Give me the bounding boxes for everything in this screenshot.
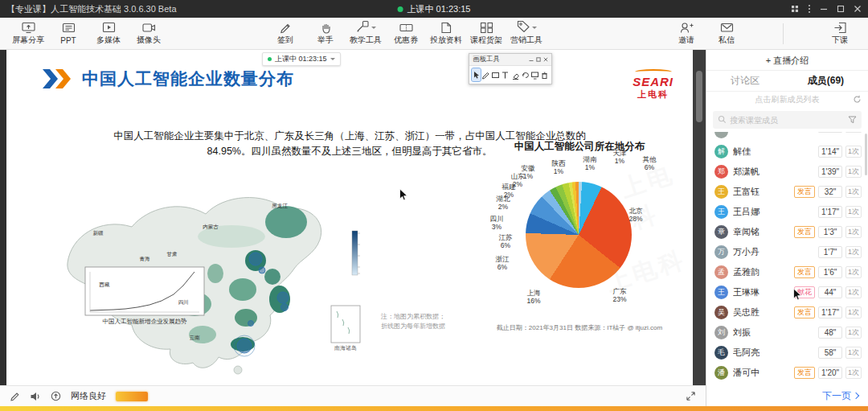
islands-label: 南海诸岛: [328, 344, 363, 352]
member-time: 1'17": [818, 206, 842, 218]
logo-text-en: SEARI: [633, 76, 674, 89]
toolbar-materials[interactable]: 投放资料: [426, 21, 466, 46]
screen-share-icon: [22, 21, 35, 34]
toolbar-label: 摄像头: [137, 35, 161, 46]
member-count: 1次: [845, 347, 862, 359]
pen-tool[interactable]: [481, 68, 490, 81]
palette-restore-button[interactable]: [536, 57, 541, 62]
pie-label: 陕西1%: [552, 160, 566, 176]
member-badge: 发言: [794, 226, 815, 238]
toolbar-sign-in[interactable]: 签到: [265, 21, 305, 46]
list-item[interactable]: 章章闻铭发言1'3"1次: [706, 222, 868, 242]
toolbar-ppt[interactable]: PPT: [48, 23, 88, 45]
pie-label: 安徽1%: [522, 165, 535, 181]
slide-scrollbar[interactable]: [693, 50, 706, 385]
member-name: 万小丹: [733, 246, 818, 258]
toolbar-teaching-tools[interactable]: 教学工具: [346, 21, 386, 46]
chevron-right-icon: [853, 393, 859, 399]
annotate-pen-icon[interactable]: [10, 391, 20, 401]
list-item[interactable]: 解解佳1'14"1次: [706, 142, 868, 162]
select-cursor-tool[interactable]: [472, 68, 481, 81]
member-search[interactable]: [713, 111, 862, 129]
next-page-button[interactable]: 下一页: [822, 389, 858, 403]
class-timer-pill[interactable]: 上课中 01:23:15: [262, 52, 341, 66]
avatar: 万: [714, 245, 728, 259]
text-tool[interactable]: [501, 68, 510, 81]
palette-minimize-button[interactable]: [529, 57, 534, 62]
toolbar-camera[interactable]: 摄像头: [129, 21, 169, 46]
maximize-button[interactable]: [837, 5, 845, 13]
pie-label: 浙江6%: [496, 256, 510, 272]
slide-canvas[interactable]: 上课中 01:23:15 画板工具: [6, 50, 693, 385]
palette-close-button[interactable]: [543, 57, 548, 62]
list-item[interactable]: [706, 132, 868, 142]
refresh-icon[interactable]: [853, 95, 862, 105]
toolbar-course-shelf[interactable]: 课程货架: [466, 21, 506, 46]
list-item[interactable]: 郑郑潇帆1'39"1次: [706, 162, 868, 182]
search-input[interactable]: [730, 116, 845, 125]
list-item[interactable]: 王王富钰发言32"1次: [706, 182, 868, 202]
minimize-button[interactable]: [820, 5, 828, 13]
member-badges: 发言32"1次: [794, 186, 862, 198]
member-name: 吴忠胜: [733, 306, 794, 319]
toolbar-end-class[interactable]: 下课: [820, 21, 860, 46]
list-item[interactable]: 王王琳琳献花44"1次: [706, 282, 868, 302]
speaker-icon[interactable]: [30, 392, 41, 401]
member-time: 1'3": [818, 226, 842, 238]
member-name: 刘振: [733, 327, 818, 339]
undo-tool[interactable]: [521, 68, 530, 81]
toolbar-label: 多媒体: [96, 35, 121, 46]
member-badge: 发言: [794, 367, 815, 379]
member-list-scrollbar[interactable]: [865, 134, 867, 175]
member-count: 1次: [845, 286, 862, 298]
toolbar-invite[interactable]: 邀请: [666, 21, 706, 46]
refresh-members[interactable]: 点击刷新成员列表: [706, 92, 868, 108]
member-badges: 1'7"1次: [818, 246, 862, 258]
list-item[interactable]: 毛毛阿亮58"1次: [706, 343, 868, 363]
toolbar-screen-share[interactable]: 屏幕分享: [8, 21, 48, 46]
toolbar-label: 教学工具: [350, 35, 382, 46]
pie-title: 中国人工智能公司所在地分布: [471, 140, 688, 154]
toolbar: 屏幕分享 PPT 多媒体 摄像头 签到 举手 教学工具 优惠券: [0, 18, 868, 50]
member-time: 58": [818, 347, 842, 359]
member-time: 44": [818, 286, 842, 298]
member-count: 1次: [845, 246, 862, 258]
list-item[interactable]: 刘刘振48"1次: [706, 323, 868, 343]
list-item[interactable]: 吴吴忠胜发言1'17"1次: [706, 302, 868, 323]
eraser-tool[interactable]: [511, 68, 520, 81]
toolbar-media[interactable]: 多媒体: [88, 21, 129, 46]
avatar: 王: [714, 185, 728, 199]
search-row: [706, 108, 868, 132]
drawing-board-palette[interactable]: 画板工具: [469, 53, 552, 84]
list-item[interactable]: 潘潘可中发言1'20"1次: [706, 363, 868, 383]
scrollbar-thumb[interactable]: [696, 71, 702, 122]
clear-trash-tool[interactable]: [540, 68, 549, 81]
slide-title-row: 中国人工智能企业数量分布: [42, 68, 294, 90]
live-intro-bar[interactable]: + 直播介绍: [706, 50, 868, 71]
toolbar-marketing-tools[interactable]: 营销工具: [506, 21, 547, 46]
toolbar-coupon[interactable]: 优惠券: [386, 21, 426, 46]
member-time: 1'17": [818, 306, 842, 319]
toolbar-label: 下课: [832, 35, 848, 46]
tab-members[interactable]: 成员(69): [808, 74, 844, 88]
fullscreen-expand-icon[interactable]: [686, 391, 696, 401]
apps-grid-icon[interactable]: [791, 5, 799, 13]
sidebar-tabs: 讨论区 成员(69): [706, 71, 868, 92]
list-item[interactable]: 王王吕娜1'17"1次: [706, 202, 868, 222]
shape-rect-tool[interactable]: [491, 68, 500, 81]
toolbar-raise-hand[interactable]: 举手: [305, 21, 346, 46]
more-menu-icon[interactable]: [808, 4, 811, 14]
board-share-tool[interactable]: [530, 68, 539, 81]
map-caption: 中国人工智能新增企业发展趋势: [80, 318, 209, 326]
list-item[interactable]: 孟孟雅韵发言1'6"1次: [706, 262, 868, 282]
toolbar-message[interactable]: 私信: [706, 21, 747, 46]
chevron-down-icon: [371, 27, 376, 31]
list-item[interactable]: 万万小丹1'7"1次: [706, 242, 868, 262]
member-badges: 1'14"1次: [818, 146, 862, 158]
member-name: 潘可中: [733, 367, 794, 379]
close-button[interactable]: [854, 5, 862, 13]
tab-discussion[interactable]: 讨论区: [731, 74, 760, 88]
map-province-label: 四川: [178, 299, 189, 306]
filter-icon[interactable]: [848, 113, 857, 127]
network-status-icon[interactable]: [51, 391, 61, 401]
